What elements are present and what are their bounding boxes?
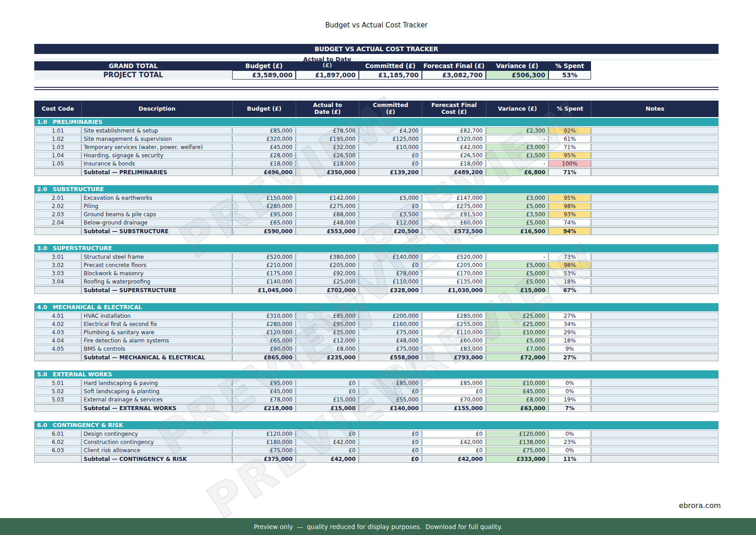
cell-actual: £8,000 xyxy=(296,345,359,353)
cell-pct-spent: 18% xyxy=(548,278,591,285)
subtotal-forecast: £1,030,000 xyxy=(422,286,486,294)
subtotal-budget: £590,000 xyxy=(232,227,296,235)
grand-col-budget: Budget (£) xyxy=(232,61,296,70)
subtotal-label: Subtotal — CONTINGENCY & RISK xyxy=(81,455,232,463)
preview-footer-bar: Preview only — quality reduced for displ… xyxy=(0,518,756,535)
cell-notes xyxy=(591,329,719,336)
cell-forecast: £60,000 xyxy=(422,337,486,344)
sheet-content: BUDGET VS ACTUAL COST TRACKER GRAND TOTA… xyxy=(34,44,719,463)
cell-description: Fire detection & alarm systems xyxy=(81,337,232,344)
section-header: 4.0MECHANICAL & ELECTRICAL xyxy=(34,303,719,311)
cell-pct-spent: 0% xyxy=(548,447,591,454)
cell-notes xyxy=(591,388,719,395)
cell-pct-spent: 73% xyxy=(548,253,591,261)
table-row: 2.03Ground beams & pile caps£95,000£88,0… xyxy=(34,211,719,218)
cell-notes xyxy=(591,253,719,261)
cell-variance: £5,000 xyxy=(486,262,548,269)
column-header: Notes xyxy=(591,101,719,117)
cell-forecast: £255,000 xyxy=(422,321,486,328)
cell-cost-code: 6.02 xyxy=(34,439,81,446)
cell-forecast: £83,000 xyxy=(422,345,486,353)
cell-cost-code xyxy=(34,455,81,463)
cell-cost-code xyxy=(34,286,81,294)
cell-actual: £195,000 xyxy=(296,135,359,143)
cell-actual: £15,000 xyxy=(296,396,359,403)
cell-committed: £78,000 xyxy=(359,270,422,277)
cell-cost-code: 3.02 xyxy=(34,262,81,269)
cell-variance: £25,000 xyxy=(486,321,548,328)
cell-pct-spent: 71% xyxy=(548,144,591,151)
cell-budget: £45,000 xyxy=(232,144,296,151)
table-row: 4.03Plumbing & sanitary ware£120,000£35,… xyxy=(34,329,719,336)
cell-actual: £92,000 xyxy=(296,270,359,277)
cell-committed: £48,000 xyxy=(359,337,422,344)
column-header: Committed (£) xyxy=(359,101,422,117)
cell-actual: £85,000 xyxy=(296,312,359,320)
cell-actual: £78,500 xyxy=(296,127,359,134)
grand-col-variance: Variance (£) xyxy=(486,61,548,70)
cell-cost-code: 4.04 xyxy=(34,337,81,344)
cell-committed: £0 xyxy=(359,262,422,269)
cell-forecast: £205,000 xyxy=(422,262,486,269)
cell-pct-spent: 92% xyxy=(548,127,591,134)
subtotal-label: Subtotal — MECHANICAL & ELECTRICAL xyxy=(81,353,232,361)
cell-budget: £180,000 xyxy=(232,439,296,446)
cell-committed: £160,000 xyxy=(359,321,422,328)
cell-actual: £0 xyxy=(296,447,359,454)
cell-pct-spent: 27% xyxy=(548,312,591,320)
cell-forecast: £42,000 xyxy=(422,439,486,446)
preview-notice-text: Preview only — quality reduced for displ… xyxy=(254,523,502,530)
subtotal-committed: £20,500 xyxy=(359,227,422,235)
cell-budget: £95,000 xyxy=(232,211,296,218)
subtotal-budget: £496,000 xyxy=(232,168,296,176)
cell-forecast: £135,000 xyxy=(422,278,486,285)
cell-actual: £380,000 xyxy=(296,253,359,261)
table-row: 2.01Excavation & earthworks£150,000£142,… xyxy=(34,194,719,202)
cell-variance: £5,000 xyxy=(486,270,548,277)
cell-variance: £75,000 xyxy=(486,447,548,454)
cell-cost-code: 4.01 xyxy=(34,312,81,320)
cell-notes xyxy=(591,455,719,463)
cell-forecast: £82,700 xyxy=(422,127,486,134)
cell-notes xyxy=(591,219,719,226)
cell-description: Design contingency xyxy=(81,430,232,438)
section-code: 5.0 xyxy=(37,370,47,379)
cell-cost-code: 1.03 xyxy=(34,144,81,151)
cell-description: Excavation & earthworks xyxy=(81,194,232,202)
cell-variance: £10,000 xyxy=(486,380,548,387)
subtotal-pct-spent: 7% xyxy=(548,404,591,412)
subtotal-row: Subtotal — EXTERNAL WORKS£218,000£15,000… xyxy=(34,404,719,412)
cell-pct-spent: 0% xyxy=(548,388,591,395)
section-code: 2.0 xyxy=(37,185,47,193)
column-header: Actual to Date (£) xyxy=(296,101,359,117)
subtotal-variance: £63,000 xyxy=(486,404,548,412)
table-row: 6.02Construction contingency£180,000£42,… xyxy=(34,439,719,446)
cell-cost-code xyxy=(34,353,81,361)
cell-committed: £0 xyxy=(359,439,422,446)
cell-notes xyxy=(591,168,719,176)
project-total-label: PROJECT TOTAL xyxy=(34,70,232,80)
cell-budget: £28,000 xyxy=(232,152,296,159)
cell-cost-code: 1.04 xyxy=(34,152,81,159)
table-row: 5.02Soft landscaping & planting£45,000£0… xyxy=(34,388,719,395)
table-row: 6.03Client risk allowance£75,000£0£0£0£7… xyxy=(34,447,719,454)
subtotal-actual: £15,000 xyxy=(296,404,359,412)
table-row: 1.03Temporary services (water, power, we… xyxy=(34,144,719,151)
cell-description: Precast concrete floors xyxy=(81,262,232,269)
cell-budget: £280,000 xyxy=(232,321,296,328)
cell-notes xyxy=(591,194,719,202)
table-row: 3.04Roofing & waterproofing£140,000£25,0… xyxy=(34,278,719,285)
subtotal-committed: £0 xyxy=(359,455,422,463)
project-total-row: PROJECT TOTAL £3,589,000 £1,897,000 £1,1… xyxy=(34,70,591,80)
cell-forecast: £110,000 xyxy=(422,329,486,336)
subtotal-budget: £865,000 xyxy=(232,353,296,361)
cell-notes xyxy=(591,337,719,344)
cell-budget: £120,000 xyxy=(232,430,296,438)
cell-description: Roofing & waterproofing xyxy=(81,278,232,285)
cell-forecast: £0 xyxy=(422,430,486,438)
cell-description: External drainage & services xyxy=(81,396,232,403)
cell-variance: £7,000 xyxy=(486,345,548,353)
cell-pct-spent: 19% xyxy=(548,396,591,403)
cell-pct-spent: 98% xyxy=(548,262,591,269)
cell-cost-code: 2.01 xyxy=(34,194,81,202)
